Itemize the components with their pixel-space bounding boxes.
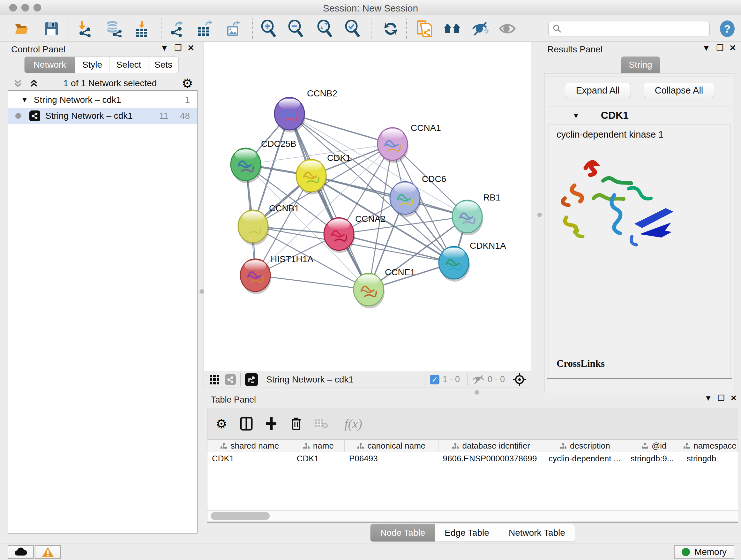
table-panel-menu-icon[interactable]: ▼ bbox=[704, 394, 712, 402]
column-header-shared-name[interactable]: shared name bbox=[207, 440, 292, 452]
expand-all-button[interactable]: Expand All bbox=[565, 83, 631, 98]
import-network-database-icon[interactable] bbox=[105, 20, 123, 38]
selected-checkbox-icon[interactable]: ✓ bbox=[430, 375, 440, 384]
node-label-CDK1: CDK1 bbox=[327, 153, 351, 163]
import-network-file-icon[interactable] bbox=[76, 20, 94, 38]
protein-structure-image bbox=[555, 150, 705, 256]
table-horizontal-scrollbar[interactable] bbox=[207, 510, 738, 521]
column-type-icon bbox=[220, 442, 227, 449]
entry-expander-icon[interactable]: ▼ bbox=[572, 111, 580, 120]
column-header-canonical-name[interactable]: canonical name bbox=[345, 440, 439, 452]
export-network-icon[interactable] bbox=[168, 20, 186, 38]
control-panel-menu-icon[interactable]: ▼ bbox=[160, 43, 169, 53]
column-header--id[interactable]: @id bbox=[626, 440, 682, 452]
network-node-CCNA2[interactable] bbox=[324, 218, 355, 253]
memory-button[interactable]: Memory bbox=[674, 545, 734, 559]
grid-view-icon[interactable] bbox=[209, 374, 220, 385]
first-neighbors-icon[interactable] bbox=[443, 20, 461, 38]
table-panel-float-icon[interactable]: ❐ bbox=[718, 394, 725, 402]
tab-select[interactable]: Select bbox=[110, 57, 148, 73]
save-session-icon[interactable] bbox=[43, 20, 60, 38]
right-splitter-handle[interactable] bbox=[537, 212, 542, 217]
expand-all-icon[interactable] bbox=[29, 78, 39, 88]
column-header-namespace[interactable]: namespace bbox=[682, 440, 738, 452]
crosslink-link[interactable]: P06493 bbox=[628, 374, 658, 377]
import-table-file-icon[interactable] bbox=[133, 20, 151, 38]
network-collection-row[interactable]: ▼ String Network – cdk1 1 bbox=[8, 92, 197, 108]
zoom-in-icon[interactable] bbox=[260, 20, 278, 38]
zoom-out-icon[interactable] bbox=[287, 20, 305, 38]
results-tab-string[interactable]: String bbox=[621, 57, 660, 73]
warning-icon bbox=[42, 547, 54, 557]
network-badge-icon bbox=[225, 374, 236, 385]
column-header-name[interactable]: name bbox=[292, 440, 345, 452]
control-panel-close-icon[interactable]: ✕ bbox=[187, 43, 194, 53]
network-node-CCNB2[interactable] bbox=[274, 98, 306, 132]
hide-selection-icon[interactable] bbox=[471, 20, 489, 38]
table-cell: CDK1 bbox=[292, 452, 345, 465]
results-panel-close-icon[interactable]: ✕ bbox=[729, 43, 736, 53]
network-node-CDC25B[interactable] bbox=[231, 148, 262, 183]
node-label-CCNA2: CCNA2 bbox=[355, 214, 386, 224]
entry-gene-name: CDK1 bbox=[601, 110, 629, 121]
warnings-button[interactable] bbox=[35, 545, 61, 559]
refresh-layout-icon[interactable] bbox=[382, 20, 400, 38]
column-type-icon bbox=[303, 442, 310, 449]
column-type-icon bbox=[357, 442, 364, 449]
network-row[interactable]: String Network – cdk1 11 48 bbox=[8, 108, 197, 124]
control-panel-float-icon[interactable]: ❐ bbox=[174, 43, 182, 53]
collapse-all-button[interactable]: Collapse All bbox=[644, 83, 715, 98]
function-builder-icon[interactable]: f(x) bbox=[339, 417, 367, 431]
tab-style[interactable]: Style bbox=[75, 57, 110, 73]
toolbar-separator bbox=[240, 373, 241, 386]
new-network-from-selection-icon[interactable] bbox=[415, 20, 433, 38]
left-splitter-handle[interactable] bbox=[199, 289, 204, 294]
network-edge-CCNA2-CDKN1A[interactable] bbox=[339, 234, 454, 263]
open-session-icon[interactable] bbox=[13, 20, 30, 38]
column-header-database-identifier[interactable]: database identifier bbox=[439, 440, 544, 452]
table-panel-close-icon[interactable]: ✕ bbox=[731, 394, 737, 402]
tab-sets[interactable]: Sets bbox=[148, 57, 179, 73]
network-node-CDC6[interactable] bbox=[390, 182, 421, 217]
network-node-CCNE1[interactable] bbox=[354, 273, 385, 308]
network-node-RB1[interactable] bbox=[452, 200, 483, 235]
network-node-CCNB1[interactable] bbox=[238, 210, 269, 245]
table-gear-icon[interactable]: ⚙ bbox=[214, 417, 228, 431]
search-input[interactable] bbox=[562, 24, 710, 34]
add-column-icon[interactable] bbox=[264, 417, 278, 431]
column-header-description[interactable]: description bbox=[544, 440, 626, 452]
tab-node-table[interactable]: Node Table bbox=[370, 524, 435, 542]
open-in-new-window-icon[interactable] bbox=[245, 373, 258, 386]
birds-eye-view-icon[interactable] bbox=[513, 373, 527, 387]
cloud-status-button[interactable] bbox=[8, 545, 34, 559]
network-canvas[interactable]: CCNB2CCNA1CDC25BCDK1CDC6RB1CCNB1CCNA2CDK… bbox=[204, 42, 531, 371]
show-all-icon[interactable] bbox=[498, 20, 516, 38]
results-panel-float-icon[interactable]: ❐ bbox=[716, 43, 724, 53]
zoom-selected-icon[interactable] bbox=[344, 20, 361, 38]
table-row[interactable]: CDK1CDK1P064939606.ENSP00000378699cyclin… bbox=[207, 452, 738, 465]
collection-expander-icon[interactable]: ▼ bbox=[21, 96, 28, 104]
status-bar: Memory bbox=[0, 543, 741, 560]
network-node-CDK1[interactable] bbox=[296, 159, 327, 194]
export-table-icon[interactable] bbox=[195, 20, 213, 38]
toolbar-separator bbox=[69, 18, 69, 39]
network-node-CDKN1A[interactable] bbox=[439, 246, 470, 282]
network-edge-HIST1H1A-CCNE1[interactable] bbox=[255, 275, 368, 290]
gene-entry-cdk1: ▼ CDK1 cyclin-dependent kinase 1 bbox=[547, 107, 732, 379]
scrollbar-thumb[interactable] bbox=[211, 512, 270, 520]
network-node-HIST1H1A[interactable] bbox=[240, 259, 271, 294]
network-options-gear-icon[interactable]: ⚙ bbox=[182, 76, 193, 91]
zoom-fit-icon[interactable] bbox=[316, 20, 334, 38]
delete-table-icon[interactable] bbox=[314, 417, 328, 431]
delete-column-icon[interactable] bbox=[289, 417, 303, 431]
show-columns-icon[interactable] bbox=[239, 417, 253, 431]
export-image-icon[interactable] bbox=[225, 20, 243, 38]
tab-edge-table[interactable]: Edge Table bbox=[435, 524, 499, 542]
network-node-CCNA1[interactable] bbox=[378, 128, 408, 163]
help-button[interactable]: ? bbox=[719, 20, 736, 38]
tab-network-table[interactable]: Network Table bbox=[499, 524, 575, 542]
network-view-title: String Network – cdk1 bbox=[266, 374, 421, 385]
tab-network[interactable]: Network bbox=[24, 57, 75, 73]
results-panel-menu-icon[interactable]: ▼ bbox=[702, 43, 711, 53]
collapse-all-icon[interactable] bbox=[13, 78, 23, 88]
